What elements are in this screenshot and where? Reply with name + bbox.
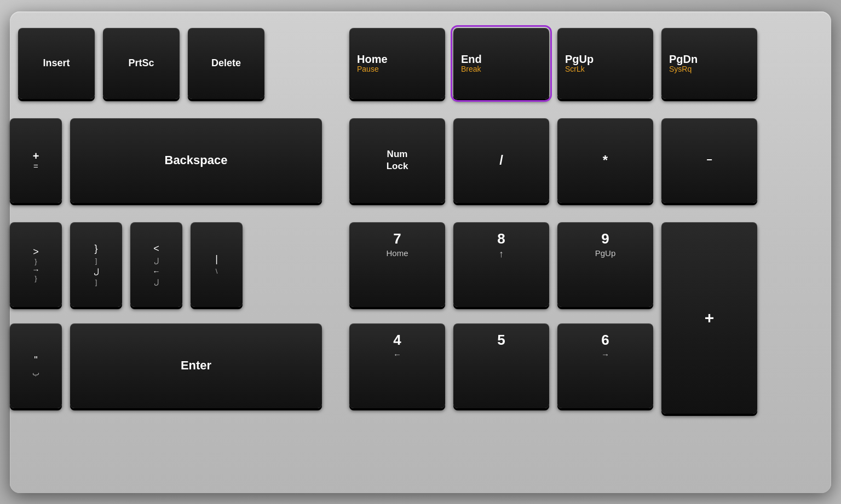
chevron-key[interactable]: > } → } bbox=[10, 222, 62, 307]
pgdn-key[interactable]: PgDn SysRq bbox=[661, 28, 757, 99]
numpad-plus-key[interactable]: + bbox=[661, 222, 757, 414]
plus-eq-key[interactable]: + = bbox=[10, 118, 62, 203]
enter-key[interactable]: Enter bbox=[70, 323, 322, 408]
numpad-star-key[interactable]: * bbox=[557, 118, 653, 203]
delete-key[interactable]: Delete bbox=[188, 28, 264, 99]
num4-key[interactable]: 4 ← bbox=[349, 323, 445, 408]
pgup-key[interactable]: PgUp ScrLk bbox=[557, 28, 653, 99]
num7-key[interactable]: 7 Home bbox=[349, 222, 445, 307]
home-key[interactable]: Home Pause bbox=[349, 28, 445, 99]
numlock-key[interactable]: Num Lock bbox=[349, 118, 445, 203]
brace1-key[interactable]: < ل ← ل bbox=[130, 222, 182, 307]
brace2-key[interactable]: } ] ل ] bbox=[70, 222, 122, 307]
num8-key[interactable]: 8 ↑ bbox=[453, 222, 549, 307]
end-key[interactable]: End Break bbox=[453, 28, 549, 99]
prtsc-key[interactable]: PrtSc bbox=[103, 28, 180, 99]
numpad-slash-key[interactable]: / bbox=[453, 118, 549, 203]
num6-key[interactable]: 6 → bbox=[557, 323, 653, 408]
pipe-key[interactable]: | \ bbox=[191, 222, 243, 307]
quote-key[interactable]: " ب bbox=[10, 323, 62, 408]
keyboard-photo: Insert PrtSc Delete Home Pause End Break… bbox=[0, 0, 841, 504]
backspace-key[interactable]: Backspace bbox=[70, 118, 322, 203]
num9-key[interactable]: 9 PgUp bbox=[557, 222, 653, 307]
numpad-minus-key[interactable]: − bbox=[661, 118, 757, 203]
insert-key[interactable]: Insert bbox=[18, 28, 95, 99]
keyboard-body: Insert PrtSc Delete Home Pause End Break… bbox=[10, 11, 831, 493]
num5-key[interactable]: 5 bbox=[453, 323, 549, 408]
